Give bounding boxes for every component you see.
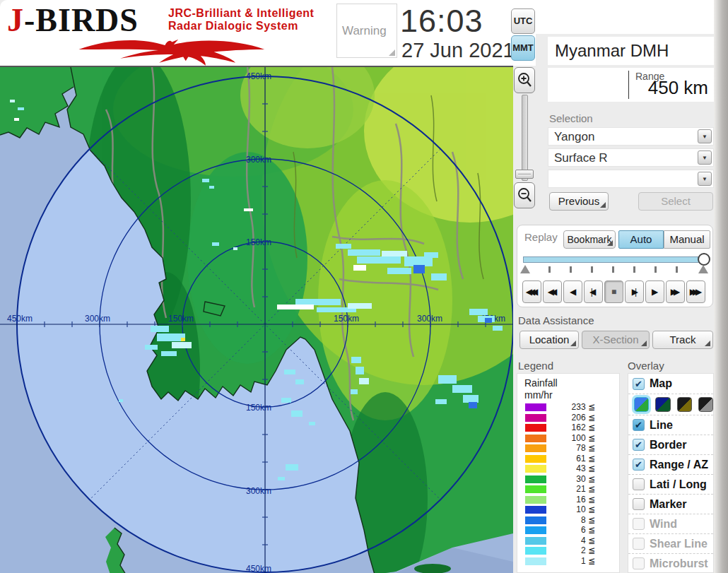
legend-swatch	[525, 403, 546, 411]
legend-row: 8 ≦	[517, 515, 621, 526]
logo-subtitle: JRC-Brilliant & Intelligent Radar Dialog…	[168, 7, 314, 33]
legend-rows: 233 ≦206 ≦162 ≦100 ≦78 ≦61 ≦43 ≦30 ≦21 ≦…	[517, 402, 621, 566]
chevron-down-icon[interactable]: ▼	[698, 172, 712, 186]
overlay-item-range-az[interactable]: ✔Range / AZ	[628, 454, 713, 474]
legend-row: 16 ≦	[517, 495, 621, 505]
overlay-item-marker[interactable]: Marker	[628, 494, 713, 514]
legend-row: 43 ≦	[517, 463, 621, 474]
map-zoom-in-button[interactable]	[514, 67, 535, 93]
map-style-terrain-color[interactable]	[634, 397, 649, 412]
checkbox-line[interactable]: ✔	[633, 419, 645, 431]
legend-value: 78 ≦	[548, 443, 595, 453]
overlay-item-label: Range / AZ	[650, 459, 708, 471]
replay-slider-handle[interactable]	[698, 253, 710, 266]
legend-swatch	[525, 414, 546, 422]
svg-text:150km: 150km	[246, 403, 271, 413]
legend-row: 2 ≦	[517, 545, 621, 556]
legend-swatch	[525, 485, 546, 493]
previous-button[interactable]: Previous	[549, 192, 609, 211]
location-button[interactable]: Location	[519, 331, 579, 349]
selection-dropdown-1[interactable]: Surface R▼	[548, 148, 714, 167]
legend-label: Legend	[518, 360, 553, 372]
svg-text:450km: 450km	[246, 564, 271, 573]
chevron-down-icon[interactable]: ▼	[698, 129, 712, 143]
replay-range-end-marker[interactable]	[698, 265, 708, 273]
legend-value: 4 ≦	[548, 536, 595, 545]
resize-grip-icon[interactable]	[389, 49, 395, 56]
overlay-item-label: Marker	[650, 498, 686, 511]
legend-swatch	[525, 424, 546, 432]
svg-text:300km: 300km	[85, 314, 110, 324]
legend-value: 30 ≦	[548, 474, 595, 484]
range-value: 450 km	[648, 77, 708, 99]
legend-value: 10 ≦	[548, 504, 595, 514]
mmt-button[interactable]: MMT	[511, 35, 535, 61]
svg-text:300km: 300km	[246, 155, 271, 165]
forward-button[interactable]: ▶▶	[666, 280, 685, 303]
legend-title: Rainfall mm/hr	[524, 377, 558, 401]
rainfall-legend: Rainfall mm/hr 233 ≦206 ≦162 ≦100 ≦78 ≦6…	[517, 373, 620, 573]
window-scrollbar[interactable]	[714, 0, 728, 573]
chevron-down-icon[interactable]: ▼	[698, 150, 712, 165]
clock-time: 16:03	[400, 3, 483, 40]
svg-text:150km: 150km	[246, 237, 271, 247]
map-zoom-slider-track[interactable]	[522, 95, 528, 181]
map-style-terrain-gray[interactable]	[698, 397, 713, 412]
overlay-item-line[interactable]: ✔Line	[628, 415, 713, 435]
map-zoom-out-button[interactable]	[514, 182, 535, 208]
selection-dropdown-2[interactable]: ▼	[548, 170, 714, 188]
header-bar: J-BIRDS JRC-Brilliant & Intelligent Rada…	[0, 0, 536, 66]
overlay-item-label: Border	[650, 439, 686, 451]
step-forward-button[interactable]: ▶|	[625, 280, 644, 303]
rewind-button[interactable]: ◀◀	[543, 280, 562, 303]
utc-button[interactable]: UTC	[511, 8, 535, 34]
replay-slider-track[interactable]	[523, 256, 705, 263]
legend-row: 30 ≦	[517, 474, 621, 485]
legend-value: 206 ≦	[548, 413, 595, 423]
overlay-item-border[interactable]: ✔Border	[628, 435, 713, 454]
replay-tick	[570, 266, 572, 273]
checkbox-border[interactable]: ✔	[633, 439, 645, 451]
warning-panel[interactable]: Warning	[336, 4, 397, 58]
replay-tick	[676, 266, 678, 273]
overlay-item-map[interactable]: ✔Map	[628, 374, 713, 394]
play-button[interactable]: ▶	[645, 280, 664, 303]
auto-mode-button[interactable]: Auto	[618, 230, 664, 249]
overlay-item-label: Line	[650, 419, 673, 432]
play-reverse-button[interactable]: ◀	[563, 280, 582, 303]
rewind-fast-button[interactable]: ◀◀◀	[522, 280, 541, 303]
map-style-terrain-olive[interactable]	[677, 397, 692, 412]
checkbox-map[interactable]: ✔	[633, 378, 645, 390]
svg-text:300km: 300km	[246, 486, 271, 496]
checkbox-microburst	[633, 557, 645, 569]
selection-dropdown-0[interactable]: Yangon▼	[548, 127, 714, 146]
map-style-swatches	[628, 394, 713, 415]
checkbox-marker[interactable]	[633, 498, 645, 510]
bookmark-button[interactable]: Bookmark	[563, 230, 616, 249]
track-button[interactable]: Track	[652, 331, 713, 349]
legend-row: 61 ≦	[517, 454, 621, 464]
replay-tick	[633, 266, 635, 273]
legend-swatch	[525, 516, 546, 524]
forward-fast-button[interactable]: ▶▶▶	[686, 280, 705, 303]
legend-swatch	[525, 496, 546, 504]
playback-controls: ◀◀◀◀◀◀|◀■▶|▶▶▶▶▶▶	[522, 280, 705, 303]
step-back-button[interactable]: |◀	[584, 280, 603, 303]
selection-dropdown-value: Yangon	[554, 130, 594, 144]
clock-date: 27 Jun 2021	[401, 39, 515, 62]
checkbox-range-az[interactable]: ✔	[633, 459, 645, 471]
overlay-item-lati-long[interactable]: Lati / Long	[628, 474, 713, 494]
manual-mode-button[interactable]: Manual	[664, 230, 710, 249]
overlay-item-label: Microburst	[650, 557, 708, 570]
selection-label: Selection	[549, 112, 593, 124]
checkbox-lati-long[interactable]	[633, 478, 645, 490]
stop-button[interactable]: ■	[604, 280, 623, 303]
map-style-terrain-dark[interactable]	[655, 397, 670, 412]
overlay-panel: ✔Map✔Line✔Border✔Range / AZLati / LongMa…	[628, 373, 714, 573]
legend-value: 100 ≦	[548, 433, 595, 443]
radar-map[interactable]: 450km300km150km150km300km450km450km300km…	[0, 66, 513, 573]
replay-range-start-marker[interactable]	[520, 265, 530, 273]
replay-panel: Replay Bookmark Auto Manual ◀◀◀◀◀◀|◀■▶|▶…	[517, 225, 713, 307]
map-zoom-slider-thumb[interactable]	[515, 170, 534, 179]
legend-row: 10 ≦	[517, 504, 621, 515]
